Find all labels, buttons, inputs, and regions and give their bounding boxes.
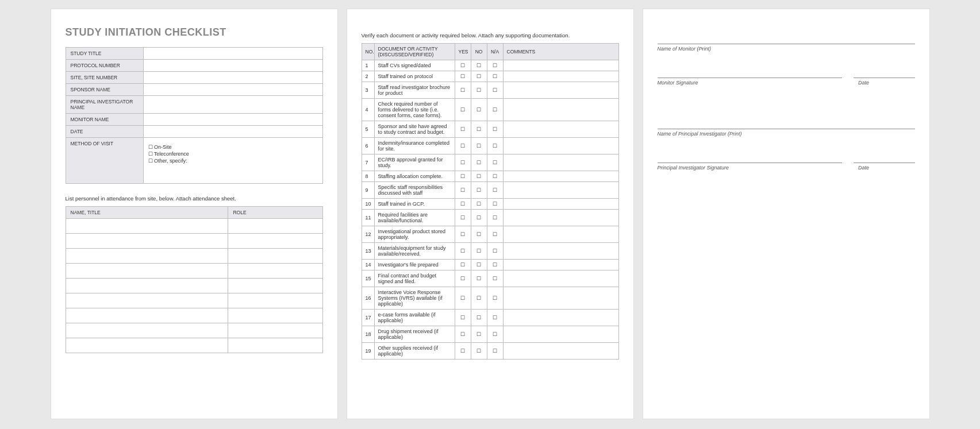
checkbox-yes[interactable]: ☐ xyxy=(455,171,471,182)
checkbox-na[interactable]: ☐ xyxy=(487,226,503,243)
checkbox-yes[interactable]: ☐ xyxy=(455,71,471,82)
checklist-comments[interactable] xyxy=(503,270,618,287)
personnel-name-cell[interactable] xyxy=(66,264,228,279)
checkbox-na[interactable]: ☐ xyxy=(487,121,503,138)
checkbox-yes[interactable]: ☐ xyxy=(455,210,471,226)
checkbox-no[interactable]: ☐ xyxy=(471,210,487,226)
checkbox-no[interactable]: ☐ xyxy=(471,82,487,99)
checkbox-na[interactable]: ☐ xyxy=(487,326,503,343)
checkbox-no[interactable]: ☐ xyxy=(471,60,487,71)
checkbox-na[interactable]: ☐ xyxy=(487,171,503,182)
checkbox-na[interactable]: ☐ xyxy=(487,82,503,99)
checkbox-no[interactable]: ☐ xyxy=(471,182,487,199)
personnel-name-cell[interactable] xyxy=(66,219,228,234)
personnel-role-cell[interactable] xyxy=(228,249,322,264)
checkbox-no[interactable]: ☐ xyxy=(471,154,487,171)
checklist-comments[interactable] xyxy=(503,171,618,182)
personnel-role-cell[interactable] xyxy=(228,308,322,323)
checkbox-no[interactable]: ☐ xyxy=(471,171,487,182)
checkbox-na[interactable]: ☐ xyxy=(487,154,503,171)
checklist-comments[interactable] xyxy=(503,138,618,154)
personnel-name-cell[interactable] xyxy=(66,323,228,338)
info-value[interactable] xyxy=(143,84,322,96)
personnel-name-cell[interactable] xyxy=(66,338,228,353)
checklist-comments[interactable] xyxy=(503,121,618,138)
checkbox-na[interactable]: ☐ xyxy=(487,99,503,121)
checkbox-na[interactable]: ☐ xyxy=(487,260,503,270)
checkbox-yes[interactable]: ☐ xyxy=(455,182,471,199)
checkbox-na[interactable]: ☐ xyxy=(487,287,503,310)
checkbox-na[interactable]: ☐ xyxy=(487,343,503,360)
checkbox-no[interactable]: ☐ xyxy=(471,138,487,154)
checkbox-yes[interactable]: ☐ xyxy=(455,243,471,260)
checkbox-no[interactable]: ☐ xyxy=(471,270,487,287)
personnel-name-cell[interactable] xyxy=(66,293,228,308)
checkbox-no[interactable]: ☐ xyxy=(471,99,487,121)
checklist-comments[interactable] xyxy=(503,182,618,199)
checkbox-no[interactable]: ☐ xyxy=(471,287,487,310)
checkbox-no[interactable]: ☐ xyxy=(471,71,487,82)
checkbox-no[interactable]: ☐ xyxy=(471,343,487,360)
checkbox-yes[interactable]: ☐ xyxy=(455,60,471,71)
checklist-comments[interactable] xyxy=(503,99,618,121)
checklist-comments[interactable] xyxy=(503,326,618,343)
info-value[interactable] xyxy=(143,72,322,84)
personnel-role-cell[interactable] xyxy=(228,293,322,308)
checklist-comments[interactable] xyxy=(503,260,618,270)
checklist-comments[interactable] xyxy=(503,343,618,360)
checkbox-na[interactable]: ☐ xyxy=(487,210,503,226)
checkbox-yes[interactable]: ☐ xyxy=(455,287,471,310)
checkbox-na[interactable]: ☐ xyxy=(487,182,503,199)
checkbox-yes[interactable]: ☐ xyxy=(455,226,471,243)
checkbox-na[interactable]: ☐ xyxy=(487,60,503,71)
checklist-comments[interactable] xyxy=(503,226,618,243)
checklist-comments[interactable] xyxy=(503,243,618,260)
checklist-comments[interactable] xyxy=(503,154,618,171)
personnel-name-cell[interactable] xyxy=(66,308,228,323)
checkbox-yes[interactable]: ☐ xyxy=(455,260,471,270)
personnel-role-cell[interactable] xyxy=(228,264,322,279)
checkbox-no[interactable]: ☐ xyxy=(471,260,487,270)
personnel-name-cell[interactable] xyxy=(66,234,228,249)
personnel-role-cell[interactable] xyxy=(228,338,322,353)
checkbox-yes[interactable]: ☐ xyxy=(455,270,471,287)
method-option[interactable]: ☐ Teleconference xyxy=(148,151,318,157)
checkbox-no[interactable]: ☐ xyxy=(471,310,487,326)
checkbox-yes[interactable]: ☐ xyxy=(455,121,471,138)
checkbox-no[interactable]: ☐ xyxy=(471,243,487,260)
personnel-role-cell[interactable] xyxy=(228,279,322,293)
checkbox-na[interactable]: ☐ xyxy=(487,270,503,287)
checkbox-no[interactable]: ☐ xyxy=(471,226,487,243)
checkbox-yes[interactable]: ☐ xyxy=(455,82,471,99)
info-value[interactable] xyxy=(143,48,322,60)
checklist-comments[interactable] xyxy=(503,60,618,71)
checklist-comments[interactable] xyxy=(503,82,618,99)
checkbox-yes[interactable]: ☐ xyxy=(455,343,471,360)
checkbox-yes[interactable]: ☐ xyxy=(455,99,471,121)
checkbox-yes[interactable]: ☐ xyxy=(455,199,471,210)
personnel-role-cell[interactable] xyxy=(228,323,322,338)
checklist-comments[interactable] xyxy=(503,310,618,326)
checklist-comments[interactable] xyxy=(503,199,618,210)
checkbox-yes[interactable]: ☐ xyxy=(455,154,471,171)
checkbox-yes[interactable]: ☐ xyxy=(455,326,471,343)
method-option[interactable]: ☐ Other, specify: xyxy=(148,158,318,164)
personnel-name-cell[interactable] xyxy=(66,249,228,264)
checklist-comments[interactable] xyxy=(503,71,618,82)
checklist-comments[interactable] xyxy=(503,287,618,310)
checkbox-na[interactable]: ☐ xyxy=(487,199,503,210)
checkbox-yes[interactable]: ☐ xyxy=(455,310,471,326)
checkbox-no[interactable]: ☐ xyxy=(471,326,487,343)
info-value[interactable] xyxy=(143,96,322,114)
checkbox-na[interactable]: ☐ xyxy=(487,138,503,154)
info-value[interactable] xyxy=(143,114,322,126)
info-value[interactable] xyxy=(143,60,322,72)
checklist-comments[interactable] xyxy=(503,210,618,226)
checkbox-yes[interactable]: ☐ xyxy=(455,138,471,154)
checkbox-na[interactable]: ☐ xyxy=(487,310,503,326)
checkbox-no[interactable]: ☐ xyxy=(471,199,487,210)
personnel-role-cell[interactable] xyxy=(228,219,322,234)
info-value[interactable] xyxy=(143,126,322,138)
checkbox-na[interactable]: ☐ xyxy=(487,243,503,260)
personnel-name-cell[interactable] xyxy=(66,279,228,293)
